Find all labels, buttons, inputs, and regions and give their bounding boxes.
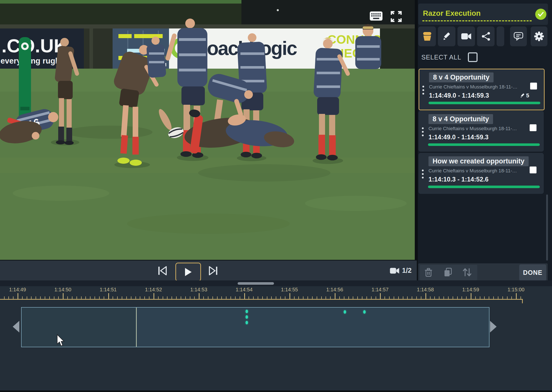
clip-bucket-button[interactable]: [418, 26, 436, 46]
clip-checkbox[interactable]: [530, 167, 536, 173]
clip-progress-bar: [428, 186, 540, 188]
clip-track-region[interactable]: [21, 307, 489, 347]
event-marker-dot[interactable]: [246, 310, 248, 313]
clip-subtitle: Currie Chieftains v Musselburgh 18-11-…: [428, 126, 528, 131]
drag-handle-icon[interactable]: [422, 127, 424, 136]
event-marker-dot[interactable]: [344, 310, 346, 314]
share-icon: [481, 32, 490, 41]
keyboard-shortcuts-icon[interactable]: [370, 11, 383, 21]
clip-time-range: 1:14:49.0 - 1:14:59.3: [429, 92, 489, 99]
clip-track-segment[interactable]: [136, 308, 489, 347]
clip-time-range: 1:14:10.3 - 1:14:52.6: [428, 176, 488, 183]
bucket-icon: [422, 32, 432, 41]
timeline-ruler[interactable]: 1:14:491:14:501:14:511:14:521:14:531:14:…: [0, 286, 552, 300]
ruler-time-label: 1:14:50: [54, 287, 71, 293]
ruler-end-cap: [522, 299, 523, 303]
ruler-time-label: 1:14:53: [190, 287, 207, 293]
transport-bar: 1/2: [0, 260, 417, 281]
ruler-time-label: 1:14:57: [372, 287, 389, 293]
pencil-icon: [442, 32, 451, 41]
clip-progress-bar: [428, 143, 540, 146]
ruler-time-label: 1:14:51: [100, 287, 117, 293]
ruler-baseline: [0, 299, 523, 300]
drag-handle-icon[interactable]: [422, 170, 424, 178]
fullscreen-icon[interactable]: [390, 11, 403, 22]
playlist-title-underline: [422, 20, 532, 21]
ruler-time-label: 1:15:00: [508, 287, 525, 293]
camera-icon: [390, 267, 400, 274]
ruler-time-label: 1:14:56: [326, 287, 343, 293]
clip-checkbox[interactable]: [530, 83, 537, 89]
ruler-time-label: 1:14:54: [236, 287, 253, 293]
video-player[interactable]: .CO.UK everything rugby: [0, 0, 415, 260]
extend-left-arrow[interactable]: [13, 321, 19, 333]
drag-handle-icon[interactable]: [422, 86, 424, 95]
playlist-saved-check-icon: [535, 9, 546, 20]
video-camera-icon: [461, 33, 471, 40]
duplicate-icon[interactable]: [444, 268, 452, 277]
clip-edit-count: 5: [520, 92, 529, 99]
clip-checkbox[interactable]: [530, 124, 536, 131]
done-button[interactable]: DONE: [519, 264, 546, 281]
event-marker-dot[interactable]: [246, 315, 248, 319]
clip-title: 8 v 4 Opportunity: [428, 114, 493, 124]
timeline-scrollbar-thumb[interactable]: [238, 282, 274, 285]
event-marker-dot[interactable]: [363, 310, 366, 314]
gear-icon: [534, 31, 544, 41]
window-bottom-edge: [0, 390, 552, 392]
select-all-row: SELECT ALL: [421, 52, 478, 62]
camera-angle-indicator[interactable]: 1/2: [390, 267, 412, 275]
clip-card[interactable]: 8 v 4 Opportunity Currie Chieftains v Mu…: [419, 69, 545, 110]
event-marker-dot[interactable]: [246, 321, 248, 324]
previous-clip-button[interactable]: [158, 266, 168, 275]
extend-right-arrow[interactable]: [490, 321, 497, 333]
comment-icon: [514, 32, 523, 41]
delete-icon[interactable]: [424, 268, 433, 277]
clip-boundary-handle[interactable]: [136, 308, 137, 347]
clip-title: How we created opportunity: [428, 156, 529, 166]
clips-sidebar: Razor Execution: [418, 0, 552, 286]
clip-time-range: 1:14:49.0 - 1:14:59.3: [428, 133, 488, 141]
ruler-time-label: 1:14:49: [9, 287, 26, 293]
clip-card[interactable]: 8 v 4 Opportunity Currie Chieftains v Mu…: [419, 111, 544, 152]
clip-subtitle: Currie Chieftains v Musselburgh 18-11-…: [428, 168, 528, 174]
ruler-time-label: 1:14:52: [145, 287, 162, 293]
ruler-time-label: 1:14:58: [417, 287, 434, 293]
ruler-time-label: 1:14:55: [281, 287, 298, 293]
clip-subtitle: Currie Chieftains v Musselburgh 18-11-…: [429, 84, 528, 90]
sidebar-footer: DONE: [418, 263, 548, 282]
ruler-time-label: 1:14:59: [462, 287, 479, 293]
select-all-label: SELECT ALL: [421, 54, 461, 61]
play-button[interactable]: [175, 263, 201, 281]
panel-divider: [415, 0, 418, 282]
timeline-scrollbar: [0, 280, 552, 286]
playlist-title[interactable]: Razor Execution: [423, 9, 481, 18]
select-all-checkbox[interactable]: [468, 52, 478, 62]
next-clip-button[interactable]: [208, 266, 218, 275]
comments-button[interactable]: [510, 26, 527, 46]
clip-card[interactable]: How we created opportunity Currie Chieft…: [419, 153, 544, 194]
clip-title: 8 v 4 Opportunity: [429, 72, 494, 82]
mouse-cursor: [56, 334, 66, 347]
svg-text:everything rugby: everything rugby: [1, 56, 65, 65]
edit-pencil-button[interactable]: [438, 26, 455, 46]
sidebar-scrollbar[interactable]: [546, 194, 548, 261]
play-icon: [185, 267, 192, 277]
video-scene: .CO.UK everything rugby: [0, 0, 415, 260]
video-camera-button[interactable]: [457, 26, 475, 46]
share-button[interactable]: [477, 26, 495, 46]
clip-progress-bar: [428, 102, 540, 104]
pencil-icon: [520, 93, 525, 98]
sort-icon[interactable]: [463, 268, 472, 277]
camera-angle-count: 1/2: [402, 267, 412, 275]
coach-logic-app: .CO.UK everything rugby: [0, 0, 552, 392]
playlist-header: Razor Execution: [418, 4, 548, 25]
settings-button[interactable]: [531, 26, 547, 46]
toolbar-spacer: [497, 26, 504, 46]
